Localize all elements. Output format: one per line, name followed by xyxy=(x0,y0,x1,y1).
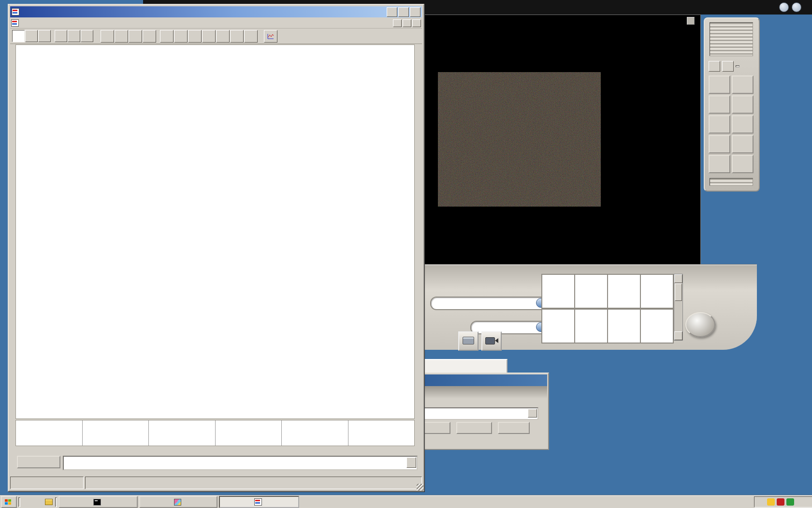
mdi-close-button[interactable] xyxy=(412,19,421,27)
app-chart-icon xyxy=(12,8,19,15)
y2-button[interactable] xyxy=(68,30,80,42)
scanner-icon xyxy=(463,337,474,344)
panel-grille-bottom xyxy=(710,178,753,186)
menu-settings[interactable] xyxy=(34,22,42,24)
alarm-reset-button[interactable] xyxy=(17,456,60,468)
y3-button[interactable] xyxy=(81,30,93,42)
keyboard-layout-icon[interactable] xyxy=(757,498,765,506)
flip-horizontal-button[interactable] xyxy=(709,95,730,114)
scroll-down-icon[interactable] xyxy=(674,331,682,340)
preview-close-icon[interactable] xyxy=(687,17,695,25)
compress-x-icon[interactable] xyxy=(244,30,258,43)
stop-icon[interactable] xyxy=(188,30,202,43)
camcorder-lens-icon xyxy=(495,338,498,343)
capture-button[interactable] xyxy=(456,422,492,434)
frame-button[interactable] xyxy=(732,155,754,173)
menu-window[interactable] xyxy=(50,22,58,24)
alarm-combobox[interactable] xyxy=(63,456,418,470)
channel-ch4 xyxy=(216,420,282,446)
windows-logo-icon xyxy=(5,499,11,505)
line-chart xyxy=(16,45,414,418)
titlebar[interactable] xyxy=(10,6,422,17)
resize-grip[interactable] xyxy=(417,484,423,491)
copy-button[interactable] xyxy=(709,135,730,153)
fast-forward-icon[interactable] xyxy=(216,30,230,43)
cmd-icon xyxy=(93,499,101,506)
thumbnail-sky-clouds[interactable] xyxy=(640,309,674,344)
thumbnail-desert-rock-spires[interactable] xyxy=(541,274,575,309)
thumbnail-city-night[interactable] xyxy=(541,309,575,344)
channel-ch3 xyxy=(149,420,216,446)
maximize-button[interactable] xyxy=(398,7,409,17)
rotate-button[interactable] xyxy=(732,75,754,94)
update-icon[interactable] xyxy=(786,498,794,506)
menu-measure[interactable] xyxy=(42,22,50,24)
y1-button[interactable] xyxy=(55,30,67,42)
expand-x-icon[interactable] xyxy=(230,30,244,43)
step-forward-icon[interactable] xyxy=(202,30,216,43)
security-error-icon[interactable] xyxy=(777,498,784,506)
acquire-camera-button[interactable] xyxy=(481,331,502,351)
step-back-icon[interactable] xyxy=(174,30,188,43)
thumbnail-harbor-boats[interactable] xyxy=(640,274,674,309)
crop-button[interactable] xyxy=(732,135,754,153)
thumbnail-scrollbar[interactable] xyxy=(674,274,683,341)
minimize-app-button[interactable] xyxy=(792,2,801,12)
security-alert-icon[interactable] xyxy=(767,498,775,506)
rewind-icon[interactable] xyxy=(160,30,174,43)
status-message xyxy=(10,477,84,489)
menu-file[interactable] xyxy=(19,22,27,24)
menu-help[interactable] xyxy=(58,22,65,24)
graph-icon[interactable] xyxy=(264,30,277,43)
channel-ch6 xyxy=(348,420,415,446)
photoimpression-icon xyxy=(174,499,181,506)
scrollbar-thumb[interactable] xyxy=(675,284,682,301)
mdi-restore-button[interactable] xyxy=(403,19,411,27)
thumbnail-ship-lighthouse[interactable] xyxy=(607,309,641,344)
d1-button[interactable] xyxy=(12,30,25,42)
menu-view[interactable] xyxy=(27,22,34,24)
compress-y-icon[interactable] xyxy=(143,30,156,43)
mirror-button[interactable] xyxy=(732,95,754,114)
redo-button[interactable] xyxy=(732,115,754,134)
scroll-down-icon[interactable] xyxy=(115,30,128,43)
undo-button[interactable] xyxy=(709,115,730,134)
status-empty-cell xyxy=(85,477,422,489)
zoom-out-icon[interactable] xyxy=(722,61,734,72)
source-select-combobox[interactable] xyxy=(430,297,548,310)
show-desktop-icon[interactable] xyxy=(44,497,54,507)
thumbnail-yellow-flowers[interactable] xyxy=(607,274,641,309)
task-softthermo[interactable] xyxy=(219,496,299,508)
chevron-down-icon[interactable] xyxy=(528,409,537,418)
effects-button[interactable] xyxy=(709,155,730,173)
mdi-minimize-button[interactable] xyxy=(393,19,402,27)
help-button[interactable] xyxy=(779,2,789,12)
line-chart-panel xyxy=(15,45,415,419)
photo-tool-panel xyxy=(704,17,760,192)
exit-button[interactable] xyxy=(498,422,530,434)
thumbnail-light-spiral[interactable] xyxy=(574,309,608,344)
zoom-in-icon[interactable] xyxy=(709,61,720,72)
d3-button[interactable] xyxy=(38,30,51,42)
expand-y-icon[interactable] xyxy=(129,30,142,43)
taskbar xyxy=(0,495,812,508)
fit-image-button[interactable] xyxy=(709,75,730,94)
internet-explorer-icon[interactable] xyxy=(22,497,31,507)
mail-icon[interactable] xyxy=(33,497,43,507)
channel-ch2 xyxy=(83,420,149,446)
scroll-up-icon[interactable] xyxy=(101,30,114,43)
task-transfile-cmd[interactable] xyxy=(58,496,138,508)
thumbnail-red-bird[interactable] xyxy=(574,274,608,309)
acquire-scanner-button[interactable] xyxy=(458,331,478,351)
minimize-button[interactable] xyxy=(387,7,397,17)
system-tray xyxy=(754,496,812,508)
d2-button[interactable] xyxy=(25,30,38,42)
camera-source-combobox[interactable] xyxy=(416,407,538,420)
start-button[interactable] xyxy=(1,496,17,508)
scroll-up-icon[interactable] xyxy=(674,274,682,283)
task-photoimpression[interactable] xyxy=(139,496,218,508)
chevron-down-icon[interactable] xyxy=(406,457,416,468)
star-icon[interactable] xyxy=(796,498,804,506)
close-button[interactable] xyxy=(410,7,420,17)
ok-button[interactable] xyxy=(685,312,715,337)
